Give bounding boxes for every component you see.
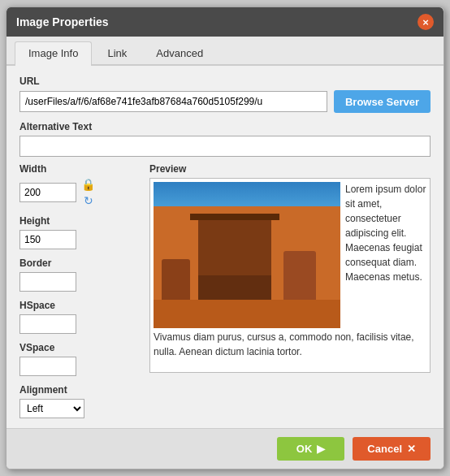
tab-image-info[interactable]: Image Info bbox=[15, 41, 92, 66]
dialog-title: Image Properties bbox=[16, 15, 109, 28]
title-bar: Image Properties × bbox=[6, 7, 444, 37]
left-column: Width 🔒 ↻ Height Border HSpace bbox=[19, 163, 133, 418]
vspace-label: VSpace bbox=[19, 342, 133, 353]
hspace-input[interactable] bbox=[19, 314, 76, 334]
url-row: Browse Server bbox=[19, 90, 431, 113]
preview-content: Lorem ipsum dolor sit amet, consectetuer… bbox=[150, 179, 430, 362]
lock-icon[interactable]: 🔒 bbox=[81, 178, 95, 191]
dialog-content: URL Browse Server Alternative Text Width… bbox=[6, 66, 444, 428]
image-properties-dialog: Image Properties × Image Info Link Advan… bbox=[6, 6, 444, 470]
close-button[interactable]: × bbox=[418, 14, 434, 30]
height-input[interactable] bbox=[19, 230, 76, 249]
alt-label: Alternative Text bbox=[19, 121, 431, 132]
vspace-input[interactable] bbox=[19, 357, 76, 376]
alignment-row: Left Center Right Top Middle Bottom bbox=[19, 399, 133, 418]
mesa-right bbox=[283, 251, 316, 300]
hspace-label: HSpace bbox=[19, 300, 133, 311]
dialog-footer: OK ▶ Cancel ✕ bbox=[6, 428, 444, 469]
right-column: Preview bbox=[149, 163, 431, 418]
height-label: Height bbox=[19, 215, 133, 227]
mesa-left bbox=[162, 259, 190, 300]
alignment-select[interactable]: Left Center Right Top Middle Bottom bbox=[19, 399, 84, 418]
preview-label: Preview bbox=[149, 163, 431, 175]
tab-link[interactable]: Link bbox=[93, 41, 141, 64]
preview-top-row: Lorem ipsum dolor sit amet, consectetuer… bbox=[154, 182, 426, 328]
shadow bbox=[198, 275, 271, 300]
preview-scroll-container[interactable]: Lorem ipsum dolor sit amet, consectetuer… bbox=[149, 178, 431, 373]
width-input[interactable] bbox=[19, 183, 76, 202]
cancel-button[interactable]: Cancel ✕ bbox=[353, 437, 431, 461]
refresh-icon[interactable]: ↻ bbox=[84, 194, 93, 207]
width-label: Width bbox=[19, 163, 133, 175]
preview-image bbox=[154, 182, 340, 328]
alt-text-input[interactable] bbox=[19, 136, 431, 157]
alignment-label: Alignment bbox=[19, 384, 133, 396]
cancel-x-icon: ✕ bbox=[407, 443, 416, 455]
preview-text-right: Lorem ipsum dolor sit amet, consectetuer… bbox=[345, 182, 426, 328]
border-label: Border bbox=[19, 257, 133, 269]
ok-checkmark-icon: ▶ bbox=[317, 443, 325, 455]
url-input[interactable] bbox=[19, 91, 327, 112]
tabs-container: Image Info Link Advanced bbox=[6, 37, 444, 66]
ok-button[interactable]: OK ▶ bbox=[277, 437, 345, 461]
mesa-cap bbox=[190, 214, 279, 220]
preview-text-below: Vivamus diam purus, cursus a, commodo no… bbox=[154, 328, 426, 359]
tab-advanced[interactable]: Advanced bbox=[142, 41, 217, 64]
border-input[interactable] bbox=[19, 272, 76, 292]
url-label: URL bbox=[19, 76, 431, 87]
lock-refresh-icons: 🔒 ↻ bbox=[81, 178, 95, 207]
width-row: 🔒 ↻ bbox=[19, 178, 133, 207]
browse-server-button[interactable]: Browse Server bbox=[334, 90, 431, 113]
two-column-section: Width 🔒 ↻ Height Border HSpace bbox=[19, 163, 431, 418]
ground bbox=[154, 300, 340, 328]
